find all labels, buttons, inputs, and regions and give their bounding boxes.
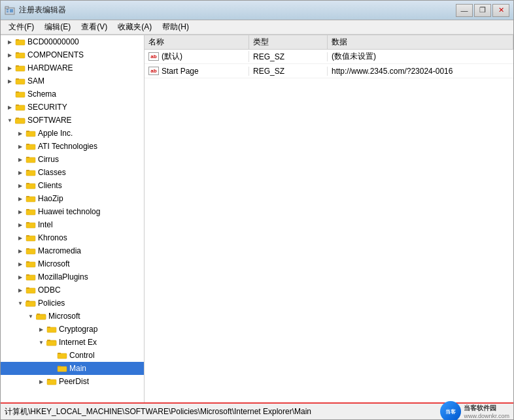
expand-btn-sam[interactable]: ▶ xyxy=(5,76,15,86)
tree-item-sam[interactable]: ▶ SAM xyxy=(1,74,144,88)
expand-btn-cryptography[interactable]: ▶ xyxy=(36,324,46,334)
expand-btn-intel[interactable]: ▶ xyxy=(15,219,26,230)
expand-btn-policies[interactable]: ▼ xyxy=(15,298,26,308)
svg-rect-29 xyxy=(26,183,29,184)
status-bar: 计算机\HKEY_LOCAL_MACHINE\SOFTWARE\Policies… xyxy=(1,402,513,419)
tree-item-classes[interactable]: ▶ Classes xyxy=(1,166,144,179)
folder-icon-control xyxy=(57,351,67,360)
tree-item-huawei[interactable]: ▶ Huawei technolog xyxy=(1,205,144,218)
tree-item-haozip[interactable]: ▶ HaoZip xyxy=(1,192,144,205)
reg-icon-1: ab xyxy=(148,67,159,75)
folder-icon-pol-microsoft xyxy=(36,312,46,321)
expand-btn-macromedia[interactable]: ▶ xyxy=(15,246,26,256)
tree-item-odbc[interactable]: ▶ ODBC xyxy=(1,283,144,297)
menu-item-查看(V)[interactable]: 查看(V) xyxy=(76,20,112,34)
cell-type-0: REG_SZ xyxy=(249,52,328,61)
table-row[interactable]: ab(默认)REG_SZ(数值未设置) xyxy=(145,50,513,64)
table-row[interactable]: abStart PageREG_SZhttp://www.2345.com/?2… xyxy=(145,64,513,78)
tree-label-odbc: ODBC xyxy=(38,285,61,295)
expand-btn-software[interactable]: ▼ xyxy=(5,115,15,125)
folder-icon-schema xyxy=(15,89,26,99)
menu-bar: 文件(F)编辑(E)查看(V)收藏夹(A)帮助(H) xyxy=(1,20,513,35)
tree-item-ati[interactable]: ▶ ATI Technologies xyxy=(1,140,144,153)
tree-item-ie[interactable]: ▼ Internet Ex xyxy=(1,336,144,349)
tree-item-apple[interactable]: ▶ Apple Inc. xyxy=(1,127,144,140)
expand-btn-main[interactable] xyxy=(46,363,57,374)
col-header-data: 数据 xyxy=(328,35,513,49)
expand-btn-microsoft[interactable]: ▶ xyxy=(15,259,26,269)
tree-item-security[interactable]: ▶ SECURITY xyxy=(1,101,144,114)
expand-btn-control[interactable] xyxy=(46,350,57,361)
tree-label-clients: Clients xyxy=(38,181,62,190)
table-body[interactable]: ab(默认)REG_SZ(数值未设置)abStart PageREG_SZhtt… xyxy=(145,50,513,402)
tree-item-cryptography[interactable]: ▶ Cryptograp xyxy=(1,323,144,336)
folder-icon-software xyxy=(15,116,26,125)
restore-button[interactable]: ❐ xyxy=(474,4,491,17)
svg-rect-42 xyxy=(26,275,35,280)
tree-item-pol-microsoft[interactable]: ▼ Microsoft xyxy=(1,310,144,323)
tree-item-bcd[interactable]: ▶ BCD00000000 xyxy=(1,35,144,48)
svg-rect-56 xyxy=(46,341,56,346)
expand-btn-schema[interactable] xyxy=(5,89,15,99)
expand-btn-bcd[interactable]: ▶ xyxy=(5,37,15,47)
tree-item-khronos[interactable]: ▶ Khronos xyxy=(1,231,144,244)
tree-item-components[interactable]: ▶ COMPONENTS xyxy=(1,48,144,61)
tree-item-schema[interactable]: Schema xyxy=(1,88,144,101)
svg-rect-24 xyxy=(26,157,35,163)
tree-item-control[interactable]: Control xyxy=(1,349,144,362)
svg-rect-21 xyxy=(26,131,29,132)
expand-btn-components[interactable]: ▶ xyxy=(5,50,15,60)
expand-btn-clients[interactable]: ▶ xyxy=(15,180,26,191)
svg-rect-61 xyxy=(47,380,56,385)
menu-item-收藏夹(A)[interactable]: 收藏夹(A) xyxy=(112,20,157,34)
tree-item-software[interactable]: ▼ SOFTWARE xyxy=(1,114,144,127)
svg-rect-18 xyxy=(16,118,19,119)
expand-btn-cirrus[interactable]: ▶ xyxy=(15,154,26,165)
tree-item-peerdist[interactable]: ▶ PeerDist xyxy=(1,375,144,388)
close-button[interactable]: ✕ xyxy=(492,4,509,17)
tree-item-main[interactable]: Main xyxy=(1,362,144,375)
minimize-button[interactable]: — xyxy=(456,4,473,17)
expand-btn-classes[interactable]: ▶ xyxy=(15,167,26,178)
menu-item-帮助(H)[interactable]: 帮助(H) xyxy=(157,20,194,34)
svg-rect-48 xyxy=(26,302,35,306)
expand-btn-peerdist[interactable]: ▶ xyxy=(36,376,46,387)
tree-item-policies[interactable]: ▼ Policies xyxy=(1,297,144,310)
tree-item-macromedia[interactable]: ▶ Macromedia xyxy=(1,244,144,257)
cell-type-1: REG_SZ xyxy=(249,67,328,76)
folder-icon-huawei xyxy=(26,207,36,216)
tree-item-intel[interactable]: ▶ Intel xyxy=(1,218,144,231)
svg-rect-43 xyxy=(26,274,29,276)
tree-item-microsoft[interactable]: ▶ Microsoft xyxy=(1,257,144,270)
tree-item-hardware[interactable]: ▶ HARDWARE xyxy=(1,61,144,74)
expand-btn-ati[interactable]: ▶ xyxy=(15,141,26,152)
tree-item-mozillaplugins[interactable]: ▶ MozillaPlugins xyxy=(1,270,144,283)
expand-btn-mozillaplugins[interactable]: ▶ xyxy=(15,272,26,282)
tree-item-clients[interactable]: ▶ Clients xyxy=(1,179,144,192)
expand-btn-hardware[interactable]: ▶ xyxy=(5,63,15,73)
expand-btn-huawei[interactable]: ▶ xyxy=(15,206,26,217)
expand-btn-security[interactable]: ▶ xyxy=(5,102,15,112)
expand-btn-khronos[interactable]: ▶ xyxy=(15,233,26,243)
expand-btn-ie[interactable]: ▼ xyxy=(36,337,46,347)
expand-btn-odbc[interactable]: ▶ xyxy=(15,285,26,295)
svg-rect-11 xyxy=(16,79,25,84)
svg-rect-35 xyxy=(26,222,29,223)
tree-panel[interactable]: ▶ BCD00000000▶ COMPONENTS▶ HARDWARE▶ SAM… xyxy=(1,35,145,402)
svg-rect-5 xyxy=(16,40,25,45)
expand-btn-pol-microsoft[interactable]: ▼ xyxy=(26,311,36,321)
svg-rect-14 xyxy=(16,91,19,93)
tree-item-cirrus[interactable]: ▶ Cirrus xyxy=(1,153,144,166)
svg-rect-10 xyxy=(16,65,19,67)
menu-item-编辑(E)[interactable]: 编辑(E) xyxy=(39,20,76,34)
svg-rect-37 xyxy=(26,235,29,236)
main-area: ▶ BCD00000000▶ COMPONENTS▶ HARDWARE▶ SAM… xyxy=(1,35,513,402)
expand-btn-apple[interactable]: ▶ xyxy=(15,128,26,138)
menu-item-文件(F)[interactable]: 文件(F) xyxy=(3,20,39,34)
svg-rect-44 xyxy=(26,288,35,293)
expand-btn-haozip[interactable]: ▶ xyxy=(15,193,26,204)
tree-label-khronos: Khronos xyxy=(38,233,67,242)
title-bar-left: 注册表编辑器 xyxy=(5,5,66,16)
cell-name-0: ab(默认) xyxy=(145,51,249,62)
tree-label-security: SECURITY xyxy=(27,103,67,112)
